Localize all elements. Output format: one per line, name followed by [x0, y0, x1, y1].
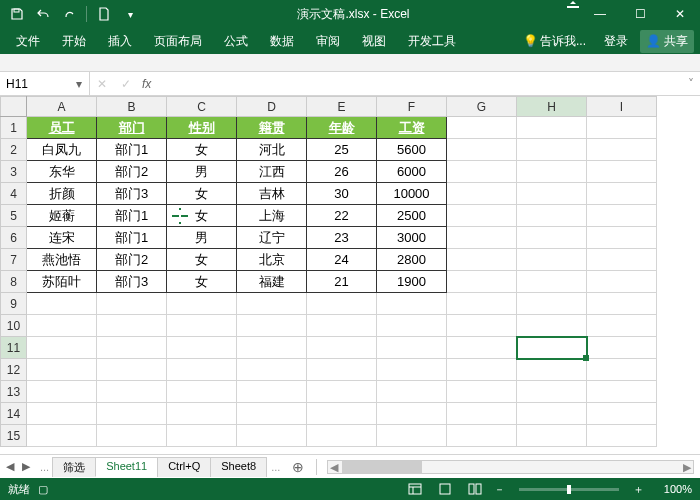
cell-G12[interactable] [447, 359, 517, 381]
macro-record-icon[interactable]: ▢ [38, 483, 48, 496]
cell-F9[interactable] [377, 293, 447, 315]
new-icon[interactable] [93, 3, 115, 25]
cell-E11[interactable] [307, 337, 377, 359]
cell-I10[interactable] [587, 315, 657, 337]
cell-I6[interactable] [587, 227, 657, 249]
cell-G15[interactable] [447, 425, 517, 447]
cell-C5[interactable]: 女 [167, 205, 237, 227]
cell-H8[interactable] [517, 271, 587, 293]
sheet-tab-筛选[interactable]: 筛选 [52, 457, 96, 477]
cell-H9[interactable] [517, 293, 587, 315]
cell-C8[interactable]: 女 [167, 271, 237, 293]
sheet-nav-next-icon[interactable]: ▶ [22, 460, 30, 473]
column-header-E[interactable]: E [307, 97, 377, 117]
row-header-5[interactable]: 5 [1, 205, 27, 227]
cell-H15[interactable] [517, 425, 587, 447]
cell-E6[interactable]: 23 [307, 227, 377, 249]
cell-D12[interactable] [237, 359, 307, 381]
cell-I1[interactable] [587, 117, 657, 139]
cell-H3[interactable] [517, 161, 587, 183]
cell-A4[interactable]: 折颜 [27, 183, 97, 205]
cell-F5[interactable]: 2500 [377, 205, 447, 227]
cell-B14[interactable] [97, 403, 167, 425]
cell-D6[interactable]: 辽宁 [237, 227, 307, 249]
cell-F1[interactable]: 工资 [377, 117, 447, 139]
column-header-I[interactable]: I [587, 97, 657, 117]
cell-D2[interactable]: 河北 [237, 139, 307, 161]
cell-I15[interactable] [587, 425, 657, 447]
row-header-12[interactable]: 12 [1, 359, 27, 381]
cell-D9[interactable] [237, 293, 307, 315]
row-header-10[interactable]: 10 [1, 315, 27, 337]
cell-D14[interactable] [237, 403, 307, 425]
maximize-button[interactable]: ☐ [620, 0, 660, 28]
cell-E1[interactable]: 年龄 [307, 117, 377, 139]
cell-A11[interactable] [27, 337, 97, 359]
cell-H12[interactable] [517, 359, 587, 381]
sheet-nav-prev-icon[interactable]: ◀ [6, 460, 14, 473]
cell-H5[interactable] [517, 205, 587, 227]
cell-E15[interactable] [307, 425, 377, 447]
cell-A3[interactable]: 东华 [27, 161, 97, 183]
cell-H11[interactable] [517, 337, 587, 359]
cell-C4[interactable]: 女 [167, 183, 237, 205]
customize-qat-icon[interactable]: ▾ [119, 3, 141, 25]
row-header-6[interactable]: 6 [1, 227, 27, 249]
zoom-slider[interactable] [519, 488, 619, 491]
expand-formula-bar-icon[interactable]: ˅ [682, 77, 700, 91]
cell-I12[interactable] [587, 359, 657, 381]
cell-A7[interactable]: 燕池悟 [27, 249, 97, 271]
cell-F15[interactable] [377, 425, 447, 447]
sheet-tab-Sheet11[interactable]: Sheet11 [95, 457, 158, 477]
cell-G1[interactable] [447, 117, 517, 139]
cell-G9[interactable] [447, 293, 517, 315]
tab-review[interactable]: 审阅 [306, 29, 350, 54]
cell-G5[interactable] [447, 205, 517, 227]
tell-me[interactable]: 💡 告诉我... [517, 33, 592, 50]
cell-E9[interactable] [307, 293, 377, 315]
cell-C11[interactable] [167, 337, 237, 359]
column-header-A[interactable]: A [27, 97, 97, 117]
redo-icon[interactable] [58, 3, 80, 25]
cell-F3[interactable]: 6000 [377, 161, 447, 183]
close-button[interactable]: ✕ [660, 0, 700, 28]
cell-D8[interactable]: 福建 [237, 271, 307, 293]
tab-insert[interactable]: 插入 [98, 29, 142, 54]
cell-C14[interactable] [167, 403, 237, 425]
cell-E12[interactable] [307, 359, 377, 381]
cell-A1[interactable]: 员工 [27, 117, 97, 139]
column-header-H[interactable]: H [517, 97, 587, 117]
zoom-in-button[interactable]: ＋ [633, 482, 644, 497]
cell-F4[interactable]: 10000 [377, 183, 447, 205]
cell-H7[interactable] [517, 249, 587, 271]
cell-B8[interactable]: 部门3 [97, 271, 167, 293]
cell-I3[interactable] [587, 161, 657, 183]
zoom-out-button[interactable]: － [494, 482, 505, 497]
enter-formula-icon[interactable]: ✓ [114, 77, 138, 91]
cell-B5[interactable]: 部门1 [97, 205, 167, 227]
cell-E5[interactable]: 22 [307, 205, 377, 227]
sheet-more-left[interactable]: ... [36, 461, 53, 473]
tab-formulas[interactable]: 公式 [214, 29, 258, 54]
cell-H2[interactable] [517, 139, 587, 161]
cell-G13[interactable] [447, 381, 517, 403]
cell-D3[interactable]: 江西 [237, 161, 307, 183]
row-header-4[interactable]: 4 [1, 183, 27, 205]
view-page-break-icon[interactable] [464, 480, 486, 498]
cell-G2[interactable] [447, 139, 517, 161]
row-header-8[interactable]: 8 [1, 271, 27, 293]
cell-E8[interactable]: 21 [307, 271, 377, 293]
cell-C2[interactable]: 女 [167, 139, 237, 161]
cell-H13[interactable] [517, 381, 587, 403]
view-page-layout-icon[interactable] [434, 480, 456, 498]
cell-I4[interactable] [587, 183, 657, 205]
cell-D11[interactable] [237, 337, 307, 359]
cell-G14[interactable] [447, 403, 517, 425]
cell-F8[interactable]: 1900 [377, 271, 447, 293]
tab-data[interactable]: 数据 [260, 29, 304, 54]
minimize-button[interactable]: — [580, 0, 620, 28]
cell-E13[interactable] [307, 381, 377, 403]
cell-D15[interactable] [237, 425, 307, 447]
cell-D13[interactable] [237, 381, 307, 403]
cell-I9[interactable] [587, 293, 657, 315]
